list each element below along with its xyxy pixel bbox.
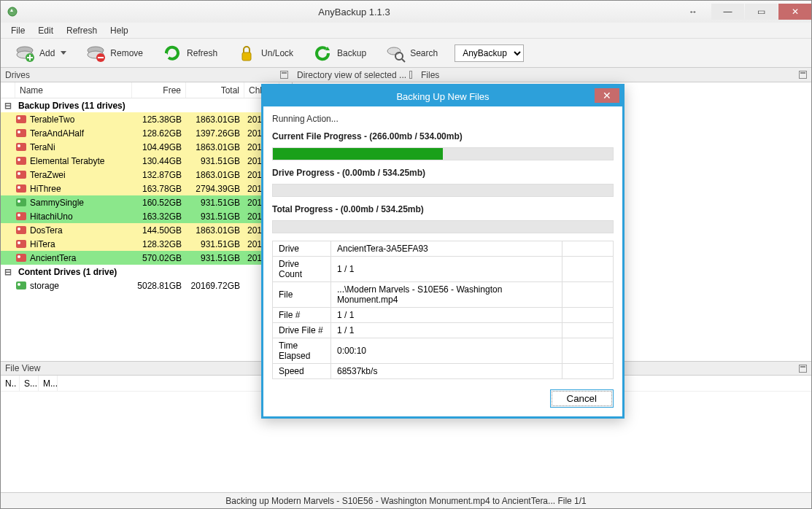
unlock-button[interactable]: Un/Lock [228,39,301,67]
col-total[interactable]: Total [186,82,244,98]
col-free[interactable]: Free [132,82,186,98]
title-bar[interactable]: AnyBackup 1.1.3 ↔ — ▭ ✕ [1,1,811,23]
drive-free: 163.78GB [132,184,186,194]
search-button[interactable]: Search [377,39,446,67]
drive-row[interactable]: storage5028.81GB20169.72GB [1,279,292,292]
menu-refresh[interactable]: Refresh [61,24,103,37]
move-icon[interactable]: ↔ [684,7,702,17]
drive-icon [15,254,27,262]
status-text: Backing up Modern Marvels - S10E56 - Was… [225,496,586,506]
svg-line-10 [402,59,405,62]
pane-box-icon[interactable] [409,71,412,79]
menu-help[interactable]: Help [104,24,134,37]
drive-name: HiTera [27,239,132,249]
pane-box-icon[interactable] [799,71,807,79]
info-val: 1 / 1 [331,323,562,338]
total-progress-label: Total Progress - (0.00mb / 534.25mb) [272,204,614,214]
drive-icon [15,143,27,151]
menu-edit[interactable]: Edit [32,24,59,37]
add-button[interactable]: Add [7,39,74,67]
refresh-button[interactable]: Refresh [154,39,225,67]
info-key: Drive [273,241,331,257]
drive-name: DosTera [27,225,132,236]
dialog-title-bar[interactable]: Backing Up New Files ✕ [263,86,622,106]
drive-free: 5028.81GB [132,281,186,291]
drive-icon [15,198,27,206]
drive-row[interactable]: Elemental Terabyte130.44GB931.51GB2014 [1,154,292,168]
drive-progress-bar [272,184,614,197]
table-row: DriveAncientTera-3A5EFA93 [273,241,614,257]
drives-columns: Name Free Total Chk... [1,82,292,98]
drive-row[interactable]: TeraAndAHalf128.62GB1397.26GB2014 [1,126,292,140]
drive-name: SammySingle [27,198,132,208]
menu-file[interactable]: File [5,24,31,37]
menu-bar: File Edit Refresh Help [1,23,811,39]
drive-total: 1863.01GB [186,225,244,236]
svg-rect-7 [242,53,251,61]
drive-row[interactable]: HiThree163.78GB2794.39GB2014 [1,182,292,195]
dialog-title: Backing Up New Files [396,91,489,102]
current-progress-label: Current File Progress - (266.00mb / 534.… [272,131,614,141]
fileview-col-s[interactable]: S... [20,376,39,391]
info-table: DriveAncientTera-3A5EFA93 Drive Count1 /… [272,241,614,379]
group-backup-drives[interactable]: ⊟ Backup Drives (11 drives) [1,98,292,112]
dialog-close-button[interactable]: ✕ [595,88,619,103]
table-row: Time Elapsed0:00:10 [273,338,614,364]
drive-name: HiThree [27,184,132,194]
drive-row[interactable]: TeraNi104.49GB1863.01GB2014 [1,140,292,154]
drive-row[interactable]: SammySingle160.52GB931.51GB2014 [1,195,292,209]
drive-total: 931.51GB [186,198,244,208]
backup-label: Backup [337,48,366,58]
drive-free: 104.49GB [132,142,186,152]
running-label: Running Action... [272,114,614,124]
drive-free: 163.32GB [132,211,186,222]
drive-name: TeraAndAHalf [27,128,132,139]
drive-row[interactable]: HiTera128.32GB931.51GB2014 [1,237,292,251]
collapse-icon[interactable]: ⊟ [1,267,15,277]
drive-row[interactable]: DosTera144.50GB1863.01GB2014 [1,223,292,237]
cancel-button[interactable]: Cancel [550,389,614,408]
drive-free: 160.52GB [132,198,186,208]
fileview-col-m[interactable]: M... [39,376,58,391]
drive-free: 125.38GB [132,114,186,125]
backup-button[interactable]: Backup [304,39,374,67]
unlock-label: Un/Lock [261,48,293,58]
backup-select[interactable]: AnyBackup [455,44,524,62]
status-bar: Backing up Modern Marvels - S10E56 - Was… [1,492,811,508]
drive-total: 1863.01GB [186,170,244,180]
fileview-col-n[interactable]: N.. [1,376,20,391]
info-key: Drive File # [273,323,331,338]
pane-header-drives[interactable]: Drives [1,70,293,80]
group-content-drives[interactable]: ⊟ Content Drives (1 drive) [1,265,292,279]
drive-icon [15,281,27,290]
drive-icon [15,171,27,179]
app-icon [7,6,18,18]
drive-row[interactable]: TeraZwei132.87GB1863.01GB2014 [1,168,292,182]
drive-icon [15,157,27,165]
drive-row[interactable]: HitachiUno163.32GB931.51GB2014 [1,209,292,223]
pane-header-files[interactable]: Files [417,70,811,80]
pane-box-icon[interactable] [280,71,288,79]
info-key: Drive Count [273,257,331,282]
collapse-icon[interactable]: ⊟ [1,101,15,111]
drive-row[interactable]: TerableTwo125.38GB1863.01GB2014 [1,112,292,126]
minimize-button[interactable]: — [711,4,744,20]
pane-box-icon[interactable] [799,365,807,373]
lock-icon [236,43,257,63]
dialog-buttons: Cancel [263,382,622,416]
drive-row[interactable]: AncientTera570.02GB931.51GB2014 [1,251,292,265]
col-name[interactable]: Name [15,82,132,98]
table-row: File #1 / 1 [273,308,614,323]
info-val: 1 / 1 [331,308,562,323]
close-button[interactable]: ✕ [778,4,811,20]
add-label: Add [39,48,55,58]
table-row: Drive Count1 / 1 [273,257,614,282]
col-expand[interactable] [1,82,15,98]
drive-total: 1863.01GB [186,114,244,125]
remove-button[interactable]: Remove [77,39,151,67]
maximize-button[interactable]: ▭ [745,4,778,20]
backup-dialog: Backing Up New Files ✕ Running Action...… [261,84,625,419]
add-icon [15,43,35,63]
drive-progress-label: Drive Progress - (0.00mb / 534.25mb) [272,168,614,178]
pane-header-directory[interactable]: Directory view of selected ... [293,70,417,80]
